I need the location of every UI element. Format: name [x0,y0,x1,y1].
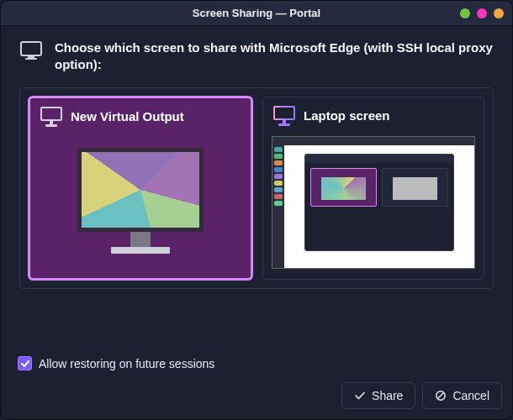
minimize-button[interactable] [460,8,470,18]
laptop-screen-thumbnail [272,136,475,269]
option-label: New Virtual Output [71,109,184,123]
restore-sessions-label: Allow restoring on future sessions [39,357,214,370]
option-header: New Virtual Output [30,98,251,132]
option-preview [30,132,251,278]
monitor-gradient-icon [273,106,295,126]
svg-rect-1 [28,56,34,58]
cancel-button-label: Cancel [452,389,489,402]
checkmark-icon [20,359,30,369]
cancel-button[interactable]: Cancel [422,382,502,409]
titlebar: Screen Sharing — Portal [1,1,512,26]
action-buttons: Share Cancel [1,375,512,419]
prompt-row: Choose which screen to share with Micros… [1,26,512,79]
option-laptop-screen[interactable]: Laptop screen [262,97,484,280]
window-controls [460,1,504,26]
virtual-monitor-illustration [77,148,204,257]
screen-options: New Virtual Output Laptop screen [19,87,494,289]
screen-sharing-dialog: Screen Sharing — Portal Choose which scr… [0,0,513,420]
svg-line-4 [438,393,444,399]
svg-rect-2 [25,58,37,60]
option-preview [263,131,484,279]
option-header: Laptop screen [263,97,484,131]
cancel-icon [435,390,447,402]
svg-rect-0 [21,42,41,55]
option-label: Laptop screen [304,108,390,123]
dialog-body: Choose which screen to share with Micros… [1,26,512,419]
share-button[interactable]: Share [341,382,415,409]
screen-share-icon [19,39,43,63]
option-new-virtual-output[interactable]: New Virtual Output [29,97,252,280]
maximize-button[interactable] [477,8,487,18]
close-button[interactable] [494,8,504,18]
restore-sessions-checkbox[interactable] [18,356,32,370]
checkmark-icon [354,390,366,402]
monitor-icon [40,107,62,127]
prompt-text: Choose which screen to share with Micros… [55,39,494,74]
window-title: Screen Sharing — Portal [1,7,512,19]
restore-sessions-row: Allow restoring on future sessions [1,349,512,375]
share-button-label: Share [372,389,403,402]
